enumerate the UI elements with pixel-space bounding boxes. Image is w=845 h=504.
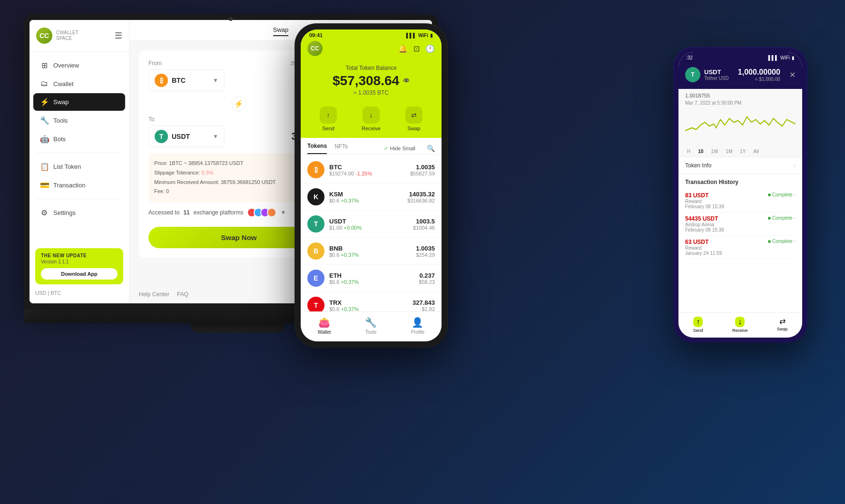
scan-icon[interactable]: ⊡ xyxy=(413,44,420,53)
bottom-nav-profile[interactable]: 👤 Profile xyxy=(411,317,424,335)
currency-toggle[interactable]: USD | BTC xyxy=(35,288,123,298)
hide-small-label: Hide Small xyxy=(390,145,415,151)
to-chevron-icon: ▼ xyxy=(213,133,218,140)
sidebar-item-list-token[interactable]: 📋 List Token xyxy=(33,158,125,175)
trx-token-icon: T xyxy=(307,297,324,311)
token-row-trx[interactable]: T TRX $0.6 +0.37% 327.843 $1.82 xyxy=(301,292,442,311)
swap-direction-button[interactable]: ⚡ xyxy=(231,96,246,111)
from-token-select[interactable]: ₿ BTC ▼ xyxy=(148,69,225,91)
receive-button[interactable]: ↓ Receive xyxy=(362,107,381,131)
signal-icon: ▌▌▌ xyxy=(406,33,416,38)
eth-name: ETH xyxy=(329,272,419,279)
chart-tabs: H 10 1W 1M 1Y All xyxy=(678,146,802,157)
tx-amount-3: 63 USDT xyxy=(685,239,768,245)
nav-label-overview: Overview xyxy=(53,62,79,69)
sidebar-item-cwallet[interactable]: 🗂 Cwallet xyxy=(33,75,125,92)
phone2-nav-receive[interactable]: ↓ Receive xyxy=(732,317,748,333)
tab-tokens[interactable]: Tokens xyxy=(307,143,327,154)
phone2-swap-icon: ⇄ xyxy=(779,317,786,326)
tx-status-2: Complete › xyxy=(768,215,796,221)
help-center-link[interactable]: Help Center xyxy=(139,291,169,298)
send-button[interactable]: ↑ Send xyxy=(320,107,337,131)
trx-price: $0.6 +0.37% xyxy=(329,306,413,312)
eth-balance: 0.237 $58.23 xyxy=(419,272,435,285)
swap-action-label: Swap xyxy=(407,126,421,131)
wallet-icon: 👛 xyxy=(318,317,330,328)
tx-row-3[interactable]: 63 USDT Reward January 24 11:59 Complete… xyxy=(685,236,796,259)
sidebar-item-tools[interactable]: 🔧 Tools xyxy=(33,112,125,129)
token-row-btc[interactable]: ₿ BTC $19274.00 -1.25% 1.0035 $55827.59 xyxy=(301,156,442,184)
sidebar-item-bots[interactable]: 🤖 Bots xyxy=(33,130,125,148)
tab-swap[interactable]: Swap xyxy=(273,24,289,36)
nav-label-cwallet: Cwallet xyxy=(53,80,74,87)
check-icon: ✓ xyxy=(384,145,388,152)
bottom-nav-tools[interactable]: 🔧 Tools xyxy=(365,317,377,335)
update-version: Version 2.1.1 xyxy=(41,259,118,264)
tab-nfts[interactable]: NFTs xyxy=(334,143,348,154)
bnb-name: BNB xyxy=(329,245,416,252)
nav-label-tools: Tools xyxy=(53,117,68,124)
nav-divider-2 xyxy=(36,199,122,199)
phone1-header-top: CC 🔔 ⊡ 🕐 xyxy=(307,41,435,56)
update-title: THE NEW UPDATE xyxy=(41,253,118,258)
chart-tab-10[interactable]: 10 xyxy=(696,148,705,155)
swap-action-button[interactable]: ⇄ Swap xyxy=(405,107,422,131)
token-row-eth[interactable]: E ETH $0.6 +0.37% 0.237 $58.23 xyxy=(301,265,442,292)
swap-icon: ⚡ xyxy=(40,97,49,107)
usdt-value: $1004.46 xyxy=(413,225,435,231)
phone1-status-bar: 09:41 ▌▌▌ WiFi ▮ xyxy=(301,29,442,41)
to-token-select[interactable]: T USDT ▼ xyxy=(148,126,225,147)
ksm-balance: 14035.32 $316636.82 xyxy=(407,191,435,204)
chart-tab-h[interactable]: H xyxy=(685,148,692,155)
token-info-row[interactable]: Token Info › xyxy=(678,157,802,174)
phone1: 09:41 ▌▌▌ WiFi ▮ CC 🔔 ⊡ 🕐 Total Token Ba… xyxy=(295,24,447,347)
exchange-chevron-icon[interactable]: ▼ xyxy=(280,209,286,216)
sidebar-item-swap[interactable]: ⚡ Swap xyxy=(33,93,125,111)
sidebar-nav: ⊞ Overview 🗂 Cwallet ⚡ Swap 🔧 xyxy=(29,52,129,242)
tx-left-2: 54435 USDT Airdrop Arena February 08 15:… xyxy=(685,215,768,233)
ksm-value: $316636.82 xyxy=(407,198,435,204)
phone2-body: Token Info › Transaction History 83 USDT… xyxy=(678,157,802,312)
receive-label: Receive xyxy=(362,126,381,131)
usdt-name: USDT xyxy=(329,218,413,225)
phone1-body: Tokens NFTs ✓ Hide Small 🔍 ₿ BTC $19274.… xyxy=(301,138,442,311)
tx-type-3: Reward xyxy=(685,245,768,251)
sidebar-item-transaction[interactable]: 💳 Transaction xyxy=(33,176,125,194)
token-row-ksm[interactable]: K KSM $0.6 +0.37% 14035.32 $316636.82 xyxy=(301,184,442,211)
phone1-time: 09:41 xyxy=(309,32,323,38)
laptop-stand xyxy=(190,323,285,333)
phone2-status-icons: ▌▌▌ WiFi ▮ xyxy=(768,55,795,60)
bell-icon[interactable]: 🔔 xyxy=(398,44,408,53)
chart-tab-1y[interactable]: 1Y xyxy=(738,148,747,155)
chart-tab-1m[interactable]: 1M xyxy=(724,148,734,155)
search-icon[interactable]: 🔍 xyxy=(427,145,435,152)
eye-icon[interactable]: 👁 xyxy=(403,77,410,85)
hide-small[interactable]: ✓ Hide Small xyxy=(384,145,415,152)
sidebar-item-overview[interactable]: ⊞ Overview xyxy=(33,57,125,74)
tx-row-2[interactable]: 54435 USDT Airdrop Arena February 08 15:… xyxy=(685,213,796,236)
faq-link[interactable]: FAQ xyxy=(177,291,188,298)
phone2-nav-send[interactable]: ↑ Send xyxy=(693,317,703,333)
usdt-icon: T xyxy=(155,130,168,143)
hamburger-icon[interactable]: ☰ xyxy=(115,30,122,41)
phone2-header: T USDT Tether USD 1,000.00000 ≈ $1,000.0… xyxy=(678,63,802,89)
status-dot-2 xyxy=(768,217,771,220)
clock-icon[interactable]: 🕐 xyxy=(425,44,435,53)
token-row-bnb[interactable]: B BNB $0.6 +0.37% 1.0035 $254.29 xyxy=(301,238,442,265)
tx-row-1[interactable]: 83 USDT Reward February 08 15:39 Complet… xyxy=(685,189,796,213)
bottom-nav-wallet[interactable]: 👛 Wallet xyxy=(318,317,331,335)
chart-tab-all[interactable]: All xyxy=(752,148,761,155)
phone2-nav-swap[interactable]: ⇄ Swap xyxy=(777,317,788,333)
sidebar-item-settings[interactable]: ⚙ Settings xyxy=(33,204,125,222)
download-app-button[interactable]: Download App xyxy=(41,268,118,280)
phone2-close-button[interactable]: ✕ xyxy=(789,70,796,79)
token-row-usdt[interactable]: T USDT $1.00 +0.00% 1003.5 $1004.46 xyxy=(301,211,442,238)
nav-label-list-token: List Token xyxy=(53,163,81,170)
tx-right-2: Complete › xyxy=(768,215,796,221)
sidebar: CC CWALLET SPACE ☰ ⊞ Overview � xyxy=(29,20,129,303)
settings-icon: ⚙ xyxy=(40,208,49,217)
chart-tab-1w[interactable]: 1W xyxy=(709,148,720,155)
phone2-token-info: T USDT Tether USD xyxy=(685,67,729,82)
sidebar-logo: CC CWALLET SPACE ☰ xyxy=(29,20,129,52)
usdt-token-icon: T xyxy=(307,215,324,233)
